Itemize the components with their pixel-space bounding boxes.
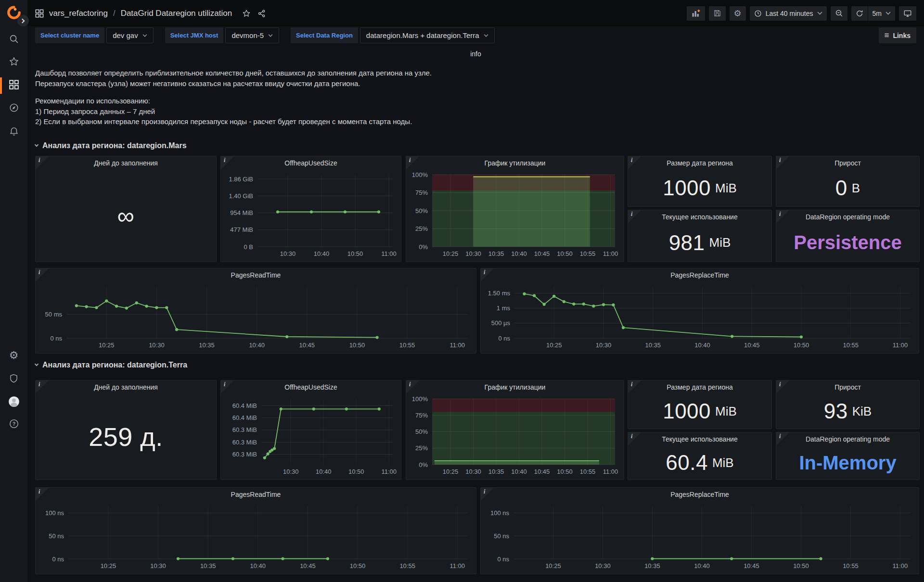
panel-info-corner-icon[interactable]: i — [481, 488, 494, 501]
panel-title[interactable]: Дней до заполнения — [36, 156, 216, 170]
svg-text:10:30: 10:30 — [280, 250, 296, 257]
variable-label-data-region[interactable]: Select Data Region — [291, 27, 358, 43]
chevron-down-icon — [886, 12, 891, 15]
panel-title[interactable]: Текущее использование — [628, 210, 771, 224]
panel-title[interactable]: OffheapUsedSize — [221, 380, 401, 394]
panel-info-corner-icon[interactable]: i — [628, 380, 641, 393]
svg-text:1.40 GiB: 1.40 GiB — [229, 192, 253, 200]
time-series-chart[interactable]: 10:3010:4010:5011:000 B477 MiB954 MiB1.4… — [223, 170, 399, 260]
time-series-chart[interactable]: 10:3010:4010:5011:0060.3 MiB60.3 MiB60.3… — [223, 394, 399, 478]
avatar[interactable] — [0, 395, 27, 408]
variable-value-jmx-host[interactable]: devmon-5 — [225, 27, 279, 43]
panel-info-corner-icon[interactable]: i — [36, 268, 49, 281]
info-panel-title[interactable]: info — [27, 50, 924, 58]
panel-info-corner-icon[interactable]: i — [406, 380, 419, 393]
panel-title[interactable]: График утилизации — [406, 380, 624, 394]
panel-info-corner-icon[interactable]: i — [628, 156, 641, 169]
time-range-picker[interactable]: Last 40 minutes — [750, 6, 827, 21]
panel-info-corner-icon[interactable]: i — [628, 210, 641, 223]
zoom-out-button[interactable] — [831, 6, 847, 21]
panel-title[interactable]: DataRegion operating mode — [776, 210, 919, 224]
panel-info-corner-icon[interactable]: i — [221, 156, 234, 169]
panel-title[interactable]: Размер дата региона — [628, 380, 771, 394]
time-series-chart[interactable]: 10:2510:3010:3510:4010:4510:5010:5511:00… — [408, 394, 622, 478]
save-dashboard-button[interactable] — [709, 6, 726, 21]
refresh-button[interactable] — [851, 6, 868, 21]
stat-value: 981 — [669, 231, 705, 255]
panel-title[interactable]: PagesReadTime — [36, 268, 476, 282]
variable-label-cluster[interactable]: Select cluster name — [35, 27, 104, 43]
panel-title[interactable]: График утилизации — [406, 156, 624, 170]
svg-text:1.50 ms: 1.50 ms — [488, 290, 511, 297]
time-range-label: Last 40 minutes — [766, 10, 813, 17]
sidebar-item-dashboards[interactable] — [0, 79, 27, 90]
panel-title[interactable]: PagesReplaceTime — [481, 268, 919, 282]
stat-value: 93 — [824, 399, 848, 423]
dashboard-title[interactable]: DataGrid Dataregion utilization — [121, 9, 232, 18]
star-icon[interactable] — [0, 56, 27, 67]
apps-grid-icon[interactable] — [35, 9, 44, 18]
panel-title[interactable]: Размер дата региона — [628, 156, 771, 170]
refresh-interval-picker[interactable]: 5m — [868, 6, 895, 21]
panel-info-corner-icon[interactable]: i — [36, 156, 49, 169]
info-line: 2) Если в выбраном интервале производилс… — [35, 116, 432, 127]
share-icon[interactable] — [257, 9, 266, 18]
panel-info-corner-icon[interactable]: i — [776, 210, 789, 223]
svg-text:25%: 25% — [415, 444, 428, 452]
variable-value-data-region[interactable]: dataregion.Mars + dataregion.Terra — [360, 27, 495, 43]
panel-current-usage-mars: i Текущее использование 981 MiB — [628, 210, 772, 262]
panel-info-corner-icon[interactable]: i — [481, 268, 494, 281]
panel-title[interactable]: Прирост — [776, 156, 919, 170]
favorite-star-icon[interactable] — [242, 9, 251, 18]
svg-text:100%: 100% — [412, 171, 428, 178]
panel-info-corner-icon[interactable]: i — [221, 380, 234, 393]
panel-info-corner-icon[interactable]: i — [406, 156, 419, 169]
time-series-chart[interactable]: 10:2510:3010:3510:4010:4510:5010:5511:00… — [483, 282, 917, 351]
variable-label-jmx-host[interactable]: Select JMX host — [165, 27, 224, 43]
time-series-chart[interactable]: 10:2510:3010:3510:4010:4510:5010:5511:00… — [408, 170, 622, 260]
top-navigation-bar: vars_refactoring / DataGrid Dataregion u… — [27, 0, 924, 26]
variable-value-cluster[interactable]: dev gav — [106, 27, 154, 43]
search-icon[interactable] — [0, 34, 27, 44]
tv-mode-button[interactable] — [899, 6, 916, 21]
time-series-chart[interactable]: 10:2510:3010:3510:4010:4510:5010:5511:00… — [38, 282, 474, 351]
svg-text:50%: 50% — [415, 428, 428, 435]
breadcrumb-folder[interactable]: vars_refactoring — [49, 9, 108, 18]
shield-icon[interactable] — [0, 373, 27, 383]
panel-title[interactable]: PagesReplaceTime — [481, 488, 919, 501]
variable-value-text: dataregion.Mars + dataregion.Terra — [366, 31, 479, 39]
panel-title[interactable]: Текущее использование — [628, 432, 771, 446]
row-header-mars[interactable]: Анализ дата региона: dataregion.Mars — [35, 141, 187, 150]
panel-info-corner-icon[interactable]: i — [776, 432, 789, 445]
svg-text:50 ns: 50 ns — [494, 532, 509, 540]
panel-title[interactable]: Прирост — [776, 380, 919, 394]
alerting-bell-icon[interactable] — [0, 126, 27, 137]
svg-text:954 MiB: 954 MiB — [230, 209, 253, 216]
add-panel-button[interactable] — [687, 6, 705, 21]
panel-info-corner-icon[interactable]: i — [36, 380, 49, 393]
svg-text:10:30: 10:30 — [150, 562, 166, 569]
time-series-chart[interactable]: 10:2510:3010:3510:4010:4510:5010:5511:00… — [38, 501, 474, 572]
svg-text:10:50: 10:50 — [347, 250, 363, 257]
time-series-chart[interactable]: 10:2510:3010:3510:4010:4510:5010:5511:00… — [483, 501, 917, 572]
chevron-down-icon — [142, 34, 147, 37]
panel-title[interactable]: DataRegion operating mode — [776, 432, 919, 446]
panel-title[interactable]: OffheapUsedSize — [221, 156, 401, 170]
svg-text:10:35: 10:35 — [200, 562, 216, 569]
panel-pages-read-time-mars: i PagesReadTime 10:2510:3010:3510:4010:4… — [35, 268, 476, 354]
dashboard-settings-button[interactable]: ⚙ — [730, 6, 746, 21]
svg-text:10:40: 10:40 — [314, 250, 330, 257]
panel-info-corner-icon[interactable]: i — [776, 380, 789, 393]
panel-info-corner-icon[interactable]: i — [36, 488, 49, 501]
sidebar-expand-button[interactable] — [17, 15, 29, 26]
row-header-terra[interactable]: Анализ дата региона: dataregion.Terra — [35, 361, 187, 369]
explore-compass-icon[interactable] — [0, 102, 27, 113]
svg-text:11:00: 11:00 — [381, 468, 397, 475]
panel-info-corner-icon[interactable]: i — [776, 156, 789, 169]
links-button[interactable]: ≡ Links — [879, 27, 917, 43]
panel-title[interactable]: Дней до заполнения — [36, 380, 216, 394]
help-icon[interactable]: ? — [0, 418, 27, 429]
panel-info-corner-icon[interactable]: i — [628, 432, 641, 445]
settings-gear-icon[interactable]: ⚙ — [0, 350, 27, 361]
panel-title[interactable]: PagesReadTime — [36, 488, 476, 501]
